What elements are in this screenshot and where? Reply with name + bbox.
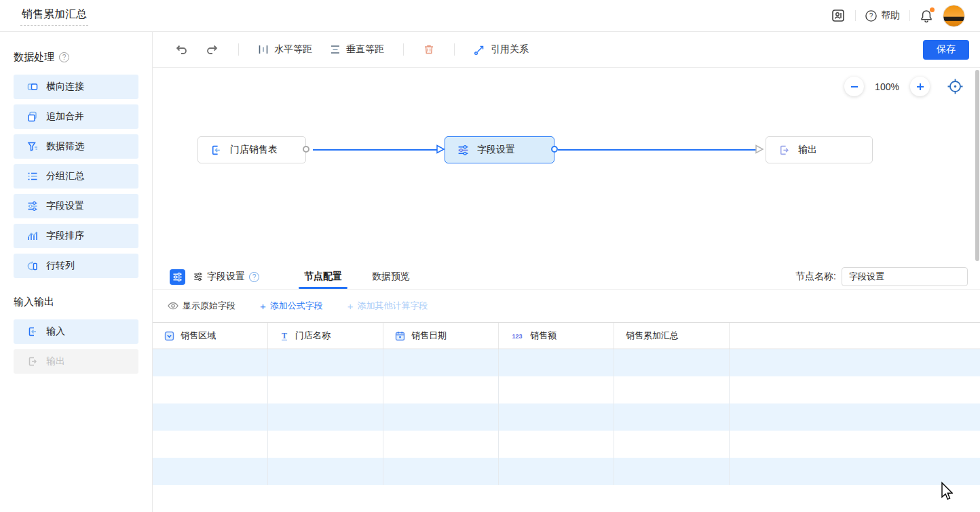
sidebar-item-group-summary[interactable]: 分组汇总 <box>14 164 138 189</box>
reference-relation-button[interactable]: 引用关系 <box>470 41 533 58</box>
add-formula-field-button[interactable]: + 添加公式字段 <box>260 300 323 312</box>
node-label: 门店销售表 <box>230 144 278 156</box>
horizontal-spacing-icon <box>258 44 269 55</box>
zoom-out-button[interactable] <box>844 77 864 96</box>
node-store-sales-table[interactable]: 门店销售表 <box>197 136 306 163</box>
column-header-sales-cumulative-total[interactable]: 销售累加汇总 <box>614 323 730 349</box>
sidebar-item-input[interactable]: 输入 <box>14 319 138 344</box>
delete-button[interactable] <box>419 41 439 58</box>
row-to-column-icon <box>27 260 38 271</box>
field-settings-badge-icon <box>170 269 185 285</box>
node-help-icon[interactable]: ? <box>249 272 259 282</box>
sidebar-item-field-settings[interactable]: 字段设置 <box>14 194 138 218</box>
sidebar-item-label: 横向连接 <box>46 81 84 93</box>
flow-canvas[interactable]: 100% 门店销售表 字段设置 <box>153 68 980 264</box>
vertical-scrollbar[interactable] <box>975 70 979 261</box>
reference-relation-label: 引用关系 <box>491 43 529 56</box>
sidebar-item-label: 字段排序 <box>46 230 84 242</box>
column-label: 门店名称 <box>295 330 331 342</box>
node-output[interactable]: 输出 <box>766 136 873 163</box>
output-icon <box>27 356 38 367</box>
vertical-spacing-button[interactable]: 垂直等距 <box>326 41 388 58</box>
sidebar-item-output: 输出 <box>14 349 138 374</box>
sidebar-item-field-sort[interactable]: 字段排序 <box>14 224 138 248</box>
field-settings-icon <box>457 144 469 156</box>
canvas-toolbar: 水平等距 垂直等距 引用关系 保存 <box>153 32 980 68</box>
node-name-input[interactable] <box>842 267 968 286</box>
sidebar-item-label: 字段设置 <box>46 200 84 212</box>
column-header-sales-date[interactable]: 销售日期 <box>383 323 499 349</box>
node-config-panel: 字段设置 ? 节点配置 数据预览 节点名称: 显示原始字段 + <box>153 264 980 512</box>
column-label: 销售区域 <box>181 330 216 342</box>
notification-dot <box>930 7 935 12</box>
divider <box>909 10 910 21</box>
node-output-port[interactable] <box>551 146 558 153</box>
sidebar-item-row-to-column[interactable]: 行转列 <box>14 254 138 278</box>
field-settings-icon <box>193 272 203 281</box>
tab-node-config[interactable]: 节点配置 <box>303 264 343 289</box>
sidebar-item-label: 输出 <box>46 355 65 368</box>
minus-icon <box>850 82 859 92</box>
node-output-port[interactable] <box>303 146 309 153</box>
node-field-settings[interactable]: 字段设置 <box>445 136 554 163</box>
field-table: 销售区域 T 门店名称 销售日期 123 销售额 销售 <box>153 322 980 512</box>
sidebar-item-horizontal-join[interactable]: 横向连接 <box>14 75 138 99</box>
show-original-fields-button[interactable]: 显示原始字段 <box>168 300 235 312</box>
table-row <box>153 458 980 485</box>
svg-text:123: 123 <box>512 333 522 340</box>
trash-icon <box>423 43 435 56</box>
plus-icon: + <box>260 301 266 311</box>
section-help-icon[interactable]: ? <box>59 52 69 62</box>
column-header-store-name[interactable]: T 门店名称 <box>268 323 383 349</box>
append-merge-icon <box>27 111 38 122</box>
table-row <box>153 376 980 403</box>
topbar: 销售累加汇总 ? 帮助 <box>0 0 980 32</box>
tab-data-preview[interactable]: 数据预览 <box>371 264 411 289</box>
page-title[interactable]: 销售累加汇总 <box>20 6 88 26</box>
show-original-fields-label: 显示原始字段 <box>183 300 235 312</box>
table-row <box>153 431 980 458</box>
sidebar-item-data-filter[interactable]: 数据筛选 <box>14 134 138 159</box>
column-label: 销售日期 <box>411 330 447 342</box>
panel-node-type: 字段设置 <box>207 271 245 283</box>
date-field-icon <box>395 331 405 341</box>
plus-icon: + <box>347 301 354 311</box>
save-button[interactable]: 保存 <box>923 40 969 60</box>
crosshair-icon <box>947 78 964 95</box>
svg-text:?: ? <box>869 12 873 20</box>
vertical-spacing-label: 垂直等距 <box>346 43 384 56</box>
section-title-data-processing: 数据处理 <box>14 51 54 64</box>
section-title-input-output: 输入输出 <box>14 296 54 309</box>
edge-fieldsettings-to-output[interactable] <box>558 149 760 151</box>
select-field-icon <box>164 331 174 341</box>
vertical-spacing-icon <box>330 44 341 55</box>
help-button[interactable]: ? 帮助 <box>865 9 900 22</box>
address-book-icon[interactable] <box>831 8 846 23</box>
edge-input-to-fieldsettings[interactable] <box>313 149 443 151</box>
eye-icon <box>168 302 178 310</box>
column-label: 销售累加汇总 <box>626 330 679 342</box>
avatar[interactable] <box>943 5 965 27</box>
node-label: 输出 <box>798 144 817 156</box>
undo-button[interactable] <box>170 41 192 58</box>
table-header-row: 销售区域 T 门店名称 销售日期 123 销售额 销售 <box>153 323 980 349</box>
notification-bell-icon[interactable] <box>920 9 933 23</box>
sidebar-item-append-merge[interactable]: 追加合并 <box>14 104 138 129</box>
output-icon <box>778 144 790 156</box>
input-icon <box>210 144 222 156</box>
node-name-label: 节点名称: <box>795 271 836 283</box>
column-header-sales-amount[interactable]: 123 销售额 <box>499 323 614 349</box>
field-settings-icon <box>27 201 38 212</box>
column-header-sales-region[interactable]: 销售区域 <box>153 323 268 349</box>
fit-view-button[interactable] <box>947 78 964 95</box>
add-other-calc-field-button: + 添加其他计算字段 <box>347 300 428 312</box>
sidebar-item-label: 输入 <box>46 326 65 338</box>
horizontal-spacing-button[interactable]: 水平等距 <box>254 41 316 58</box>
redo-button[interactable] <box>202 41 223 58</box>
table-row <box>153 403 980 431</box>
svg-text:T: T <box>282 331 287 340</box>
sidebar: 数据处理 ? 横向连接 追加合并 数据筛选 分组汇总 字段设置 <box>0 32 153 512</box>
input-icon <box>27 326 38 337</box>
zoom-in-button[interactable] <box>910 77 930 96</box>
arrowhead-icon <box>754 144 765 155</box>
